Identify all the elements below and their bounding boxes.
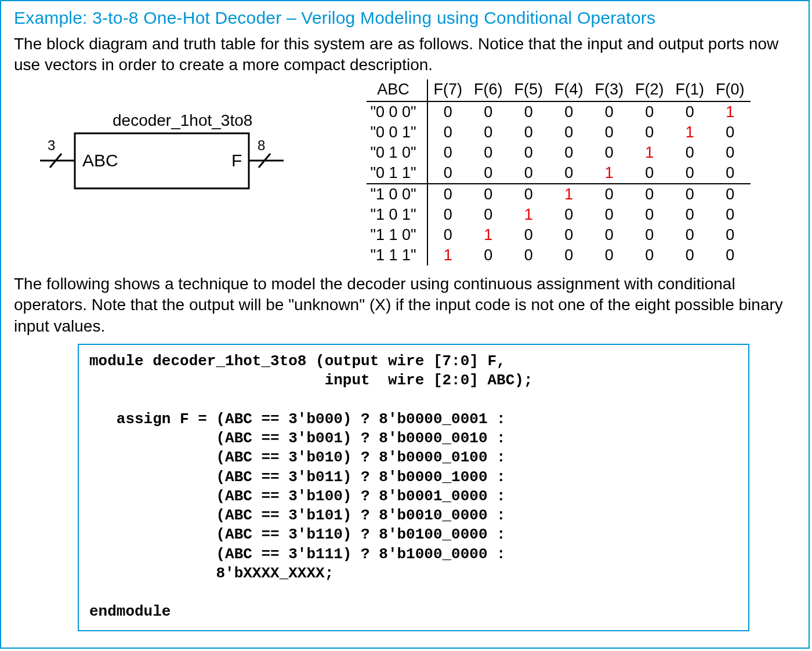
truth-table-input-value: "0 0 1" [367, 122, 427, 143]
truth-table-input-value: "1 0 1" [367, 205, 427, 225]
truth-table-output-value: 0 [589, 143, 630, 163]
truth-table-header-output: F(3) [589, 79, 630, 101]
truth-table-output-value: 0 [589, 245, 630, 266]
truth-table-output-value: 0 [710, 163, 751, 184]
truth-table-output-value: 0 [468, 184, 509, 205]
truth-table-output-value: 1 [589, 163, 630, 184]
truth-table-output-value: 0 [427, 122, 469, 143]
truth-table-input-value: "1 0 0" [367, 184, 427, 205]
example-title: Example: 3-to-8 One-Hot Decoder – Verilo… [14, 8, 796, 28]
truth-table-input-value: "1 1 1" [367, 245, 427, 266]
block-diagram: decoder_1hot_3to8 ABC F 3 8 [14, 79, 321, 221]
truth-table-output-value: 0 [670, 205, 710, 225]
truth-table-output-value: 0 [710, 122, 751, 143]
truth-table-header-output: F(0) [710, 79, 751, 101]
truth-table-output-value: 0 [509, 163, 549, 184]
input-port-label: ABC [82, 151, 118, 170]
output-width: 8 [258, 137, 265, 153]
truth-table-output-value: 0 [549, 122, 589, 143]
truth-table-output-value: 0 [670, 225, 710, 245]
truth-table-output-value: 0 [710, 184, 751, 205]
truth-table-output-value: 0 [549, 225, 589, 245]
truth-table-output-value: 0 [710, 225, 751, 245]
code-intro-paragraph: The following shows a technique to model… [14, 274, 796, 337]
truth-table-output-value: 0 [509, 245, 549, 266]
truth-table-output-value: 0 [629, 184, 670, 205]
truth-table-output-value: 0 [427, 225, 469, 245]
truth-table-output-value: 1 [710, 101, 751, 122]
truth-table-output-value: 0 [468, 205, 509, 225]
truth-table-output-value: 0 [629, 225, 670, 245]
example-frame: Example: 3-to-8 One-Hot Decoder – Verilo… [0, 0, 810, 649]
truth-table-output-value: 0 [589, 225, 630, 245]
truth-table-header-input: ABC [367, 79, 427, 101]
truth-table-header-output: F(4) [549, 79, 589, 101]
truth-table-output-value: 0 [549, 143, 589, 163]
truth-table-output-value: 0 [549, 245, 589, 266]
truth-table-output-value: 0 [589, 122, 630, 143]
truth-table-output-value: 0 [509, 225, 549, 245]
truth-table-output-value: 0 [670, 184, 710, 205]
truth-table-output-value: 0 [710, 245, 751, 266]
truth-table-output-value: 1 [629, 143, 670, 163]
truth-table-output-value: 0 [629, 122, 670, 143]
truth-table-input-value: "0 1 1" [367, 163, 427, 184]
verilog-code: module decoder_1hot_3to8 (output wire [7… [78, 344, 749, 631]
truth-table-output-value: 0 [670, 143, 710, 163]
truth-table-output-value: 0 [509, 143, 549, 163]
truth-table-output-value: 0 [710, 143, 751, 163]
truth-table-output-value: 0 [468, 245, 509, 266]
truth-table-output-value: 0 [589, 101, 630, 122]
truth-table-output-value: 0 [427, 143, 469, 163]
truth-table-output-value: 1 [468, 225, 509, 245]
truth-table-output-value: 0 [427, 184, 469, 205]
truth-table-output-value: 0 [468, 143, 509, 163]
truth-table-output-value: 0 [427, 163, 469, 184]
truth-table-output-value: 0 [509, 122, 549, 143]
truth-table-output-value: 0 [468, 122, 509, 143]
truth-table-header-output: F(5) [509, 79, 549, 101]
input-width: 3 [48, 137, 55, 153]
intro-paragraph: The block diagram and truth table for th… [14, 34, 796, 76]
truth-table-output-value: 1 [670, 122, 710, 143]
truth-table-output-value: 0 [629, 163, 670, 184]
truth-table-output-value: 0 [710, 205, 751, 225]
module-label: decoder_1hot_3to8 [113, 111, 252, 129]
truth-table-output-value: 0 [629, 101, 670, 122]
output-port-label: F [231, 151, 242, 170]
truth-table-output-value: 0 [629, 245, 670, 266]
truth-table-output-value: 0 [589, 184, 630, 205]
truth-table-output-value: 0 [427, 101, 469, 122]
truth-table-output-value: 1 [509, 205, 549, 225]
truth-table-output-value: 0 [549, 163, 589, 184]
truth-table-header-output: F(6) [468, 79, 509, 101]
truth-table-header-output: F(2) [629, 79, 670, 101]
truth-table-output-value: 0 [468, 163, 509, 184]
truth-table-output-value: 1 [427, 245, 469, 266]
diagram-and-table-row: decoder_1hot_3to8 ABC F 3 8 ABCF(7)F(6)F… [14, 79, 796, 266]
truth-table-output-value: 0 [509, 184, 549, 205]
truth-table-output-value: 1 [549, 184, 589, 205]
truth-table-input-value: "1 1 0" [367, 225, 427, 245]
truth-table-input-value: "0 1 0" [367, 143, 427, 163]
truth-table-input-value: "0 0 0" [367, 101, 427, 122]
truth-table-header-output: F(1) [670, 79, 710, 101]
truth-table-header-output: F(7) [427, 79, 469, 101]
truth-table-output-value: 0 [509, 101, 549, 122]
truth-table-output-value: 0 [468, 101, 509, 122]
truth-table: ABCF(7)F(6)F(5)F(4)F(3)F(2)F(1)F(0)"0 0 … [321, 79, 796, 266]
truth-table-output-value: 0 [670, 163, 710, 184]
truth-table-output-value: 0 [670, 245, 710, 266]
truth-table-output-value: 0 [427, 205, 469, 225]
truth-table-output-value: 0 [549, 101, 589, 122]
truth-table-output-value: 0 [589, 205, 630, 225]
truth-table-output-value: 0 [670, 101, 710, 122]
truth-table-output-value: 0 [549, 205, 589, 225]
truth-table-output-value: 0 [629, 205, 670, 225]
